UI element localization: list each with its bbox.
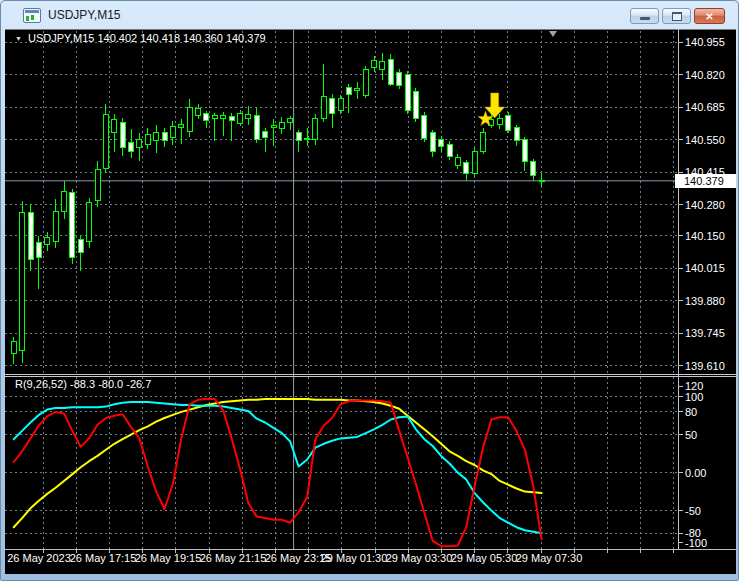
oscillator-axis-label: 0.00 — [685, 467, 706, 479]
window-title: USDJPY,M15 — [48, 8, 120, 22]
oscillator-axis-label: -100 — [685, 537, 707, 549]
chart-shift-marker-icon — [549, 31, 557, 37]
time-axis-label: 29 May 05:30 — [451, 552, 518, 564]
time-axis-label: 26 May 2023 — [7, 552, 71, 564]
title-bar[interactable]: USDJPY,M15 ✕ — [1, 1, 738, 29]
close-icon: ✕ — [705, 11, 713, 22]
osc-mid-line — [14, 402, 542, 533]
price-axis-label: 139.610 — [685, 360, 725, 372]
time-axis-label: 29 May 07:30 — [516, 552, 583, 564]
chart-objects[interactable] — [478, 31, 557, 126]
indicator-label: R(9,26,52) -88.3 -80.0 -26.7 — [15, 378, 151, 390]
oscillator-axis-label: -50 — [685, 505, 701, 517]
tick-direction-down-icon: ▼ — [15, 33, 22, 44]
price-axis-label: 140.280 — [685, 199, 725, 211]
osc-fast-line — [14, 399, 542, 546]
oscillator-axis-label: 80 — [685, 406, 697, 418]
close-button[interactable]: ✕ — [694, 8, 725, 24]
price-axis-label: 140.820 — [685, 69, 725, 81]
chart-canvas[interactable] — [5, 29, 736, 574]
oscillator-axis-label: 100 — [685, 391, 703, 403]
ohlc-text: USDJPY,M15 140.402 140.418 140.360 140.3… — [28, 32, 266, 44]
chart-client-area: ▼ USDJPY,M15 140.402 140.418 140.360 140… — [5, 29, 736, 574]
mt4-chart-window: USDJPY,M15 ✕ ▼ USDJPY,M15 140.402 140.41… — [0, 0, 739, 581]
price-axis-label: 140.015 — [685, 262, 725, 274]
down-arrow-marker-icon — [485, 93, 505, 118]
price-axis-label: 139.745 — [685, 327, 725, 339]
price-axis-label: 139.880 — [685, 295, 725, 307]
oscillator-lines — [14, 399, 542, 546]
time-axis-label: 26 May 21:15 — [200, 552, 267, 564]
price-axis-label: 140.685 — [685, 101, 725, 113]
oscillator-axis-label: 50 — [685, 429, 697, 441]
price-axis-label: 140.550 — [685, 134, 725, 146]
restore-icon — [672, 12, 682, 21]
chart-window-icon — [23, 8, 41, 23]
minimize-button[interactable] — [630, 8, 659, 24]
price-axis-label: 140.150 — [685, 230, 725, 242]
restore-button[interactable] — [662, 8, 691, 24]
osc-slow-line — [14, 399, 542, 527]
candles-layer — [11, 53, 544, 365]
price-axis-label: 140.955 — [685, 36, 725, 48]
time-axis-label: 29 May 01:30 — [321, 552, 388, 564]
time-axis-label: 29 May 03:30 — [386, 552, 453, 564]
ohlc-header: ▼ USDJPY,M15 140.402 140.418 140.360 140… — [15, 32, 266, 44]
minimize-icon — [640, 17, 650, 20]
current-price-tag: 140.379 — [675, 174, 736, 188]
time-axis-label: 26 May 19:15 — [135, 552, 202, 564]
time-axis-label: 26 May 17:15 — [70, 552, 137, 564]
